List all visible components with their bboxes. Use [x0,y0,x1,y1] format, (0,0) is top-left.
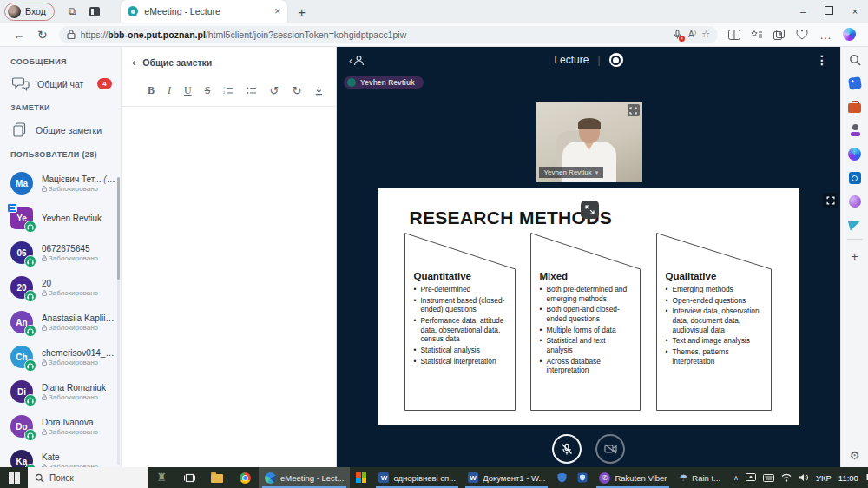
taskbar-task-edge[interactable]: eMeeting - Lect... [259,467,350,488]
mic-blocked-icon[interactable]: × [673,30,683,40]
file-explorer-icon[interactable] [203,467,231,488]
clock[interactable]: 11:00 [838,473,858,483]
browser-essentials-icon[interactable] [796,30,808,40]
copilot-icon[interactable] [843,28,856,41]
user-list-item[interactable]: Ka Kate Заблокировано [0,444,121,467]
network-icon[interactable] [781,473,792,482]
sidebar-settings-icon[interactable]: ⚙ [850,449,860,462]
split-screen-icon[interactable] [728,30,740,40]
user-list-item[interactable]: Ye Yevhen Revtiuk Заблокировано [0,201,121,235]
collections-star-icon[interactable] [751,30,763,40]
chrome-icon[interactable] [231,467,259,488]
webcam-fullscreen-icon[interactable] [628,104,640,116]
browser-menu-icon[interactable]: … [819,28,832,42]
notes-back-button[interactable]: ‹ [132,56,135,69]
join-audio-button[interactable] [552,434,582,464]
talking-indicator[interactable]: Yevhen Revtiuk [344,76,424,89]
tab-emeeting[interactable]: eMeeting - Lecture × [121,0,287,23]
underline-button[interactable]: U [184,84,192,97]
url-text: https://bbb-one.put.poznan.pl/html5clien… [81,30,667,40]
browser-profile-button[interactable]: Вход [4,3,55,21]
bullet: Perfomance data, attitude data, observat… [414,316,509,344]
notes-panel-title: Общие заметки [142,57,212,68]
webcam-video[interactable]: Yevhen Revtiuk ▾ [536,102,642,182]
volume-icon[interactable] [799,473,809,482]
bullet: Open-ended questions [666,296,765,306]
userlist-toggle-button[interactable]: ‹ [349,54,365,67]
office-app-icon[interactable] [350,467,372,488]
task-view-button[interactable] [175,467,203,488]
user-list-item[interactable]: Di Diana Romaniuk Заблокировано [0,374,121,409]
refresh-button[interactable]: ↻ [37,28,48,42]
italic-button[interactable]: I [168,84,171,97]
workspaces-icon[interactable]: ⧉ [69,5,76,17]
window-restore-button[interactable] [816,6,842,16]
user-list-item[interactable]: 06 0672675645 Заблокировано [0,235,121,270]
user-list-item[interactable]: Ch chemerisov014_19... Заблокировано [0,340,121,374]
collections-add-icon[interactable] [773,30,786,40]
taskbar-task-viber[interactable]: ✆ Rakuten Viber [593,467,673,488]
sidebar-add-button[interactable]: + [851,249,858,263]
sidebar-scrollbar[interactable] [117,177,120,465]
share-webcam-button[interactable] [595,434,625,464]
read-aloud-icon[interactable]: A⁾ [688,30,696,39]
user-name: 20 [42,279,98,288]
presentation-whiteboard[interactable]: RESEARCH METHODS Quantitative Pre-determ… [378,188,799,425]
undo-button[interactable]: ↺ [269,84,279,97]
start-button[interactable] [0,467,28,488]
sidebar-search-icon[interactable] [849,54,861,66]
taskbar-task-word2[interactable]: W Документ1 - W... [462,467,551,488]
users-list: Ma Мацієвич Тет... (Вы) Заблокировано [0,166,121,467]
download-notes-button[interactable] [314,85,324,96]
taskbar-search[interactable]: Поиск [28,467,148,488]
language-indicator[interactable]: УКР [816,473,832,483]
window-minimize-button[interactable]: – [790,6,816,16]
castle-shortcut-icon[interactable]: ♜ [148,467,175,488]
tray-expand-icon[interactable]: ∧ [733,474,739,482]
taskbar-task-word1[interactable]: W однорівневі сп... [372,467,462,488]
webcam-nametag[interactable]: Yevhen Revtiuk ▾ [539,167,604,178]
sidebar-item-shared-notes[interactable]: Общие заметки [0,119,121,142]
column-heading: Mixed [540,271,634,281]
user-name: Yevhen Revtiuk [42,214,102,223]
headphones-icon [24,429,36,441]
touch-keyboard-icon[interactable] [763,474,774,482]
ordered-list-button[interactable]: 12 [223,86,233,96]
sidebar-copilot-icon[interactable] [848,148,861,161]
security-shield-icon[interactable] [551,467,572,488]
presentation-fullscreen-icon[interactable] [823,193,838,208]
favorite-star-icon[interactable]: ☆ [701,29,710,40]
address-bar[interactable]: https://bbb-one.put.poznan.pl/html5clien… [59,26,718,43]
taskbar-weather[interactable]: ☂ Rain t... [673,467,727,488]
sidebar-tools-icon[interactable] [848,103,861,113]
back-button[interactable]: ← [13,28,25,42]
user-list-item[interactable]: Ma Мацієвич Тет... (Вы) Заблокировано [0,166,121,201]
bullet: Statistical interpretation [414,357,509,366]
window-close-button[interactable]: × [842,6,868,16]
defender-icon[interactable] [572,467,593,488]
unordered-list-button[interactable] [247,86,257,96]
tray-window-icon[interactable] [746,473,756,482]
redo-button[interactable]: ↻ [292,84,301,97]
tab-actions-icon[interactable] [89,7,100,16]
sidebar-drop-icon[interactable] [849,195,861,208]
sidebar-outlook-icon[interactable] [849,172,861,184]
user-list-item[interactable]: 20 20 Заблокировано [0,270,121,305]
tab-close-icon[interactable]: × [274,5,280,17]
options-menu-icon[interactable]: ⋮ [816,53,828,67]
minimize-presentation-button[interactable] [581,201,599,219]
lock-icon[interactable] [67,30,76,39]
search-icon [35,473,44,483]
user-list-item[interactable]: Do Dora Ivanova Заблокировано [0,409,121,444]
sidebar-shopping-icon[interactable] [848,76,862,90]
sidebar-games-icon[interactable] [849,124,861,136]
notes-editor[interactable] [122,107,336,437]
record-button[interactable] [609,53,623,67]
bold-button[interactable]: B [148,84,155,97]
new-tab-button[interactable]: + [298,4,306,19]
profile-label: Вход [25,6,46,16]
strikethrough-button[interactable]: S [205,84,211,97]
user-list-item[interactable]: An Anastasiia Kapliienko Заблокировано [0,305,121,340]
sidebar-send-icon[interactable] [848,218,862,231]
sidebar-item-public-chat[interactable]: Общий чат 4 [0,73,121,95]
